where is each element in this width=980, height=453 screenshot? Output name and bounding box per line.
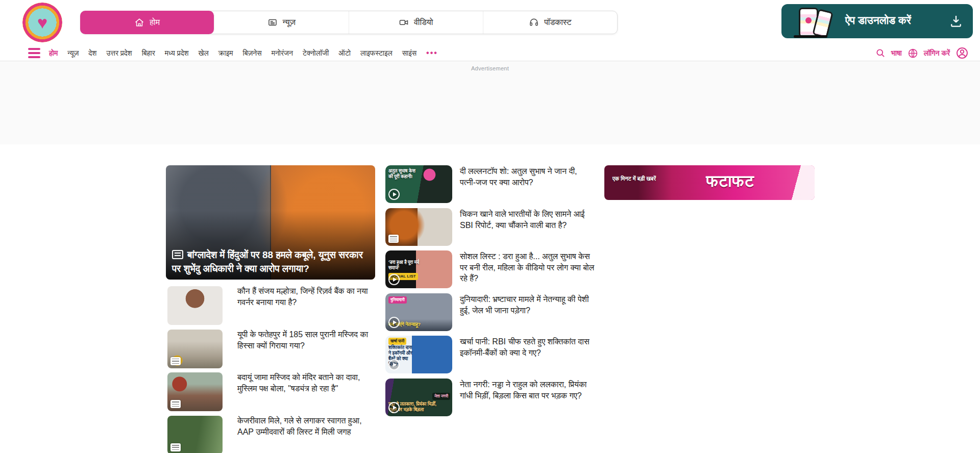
play-icon — [388, 189, 400, 200]
app-download-button[interactable]: ऐप डाउनलोड करें — [781, 4, 973, 38]
tab-news[interactable]: न्यूज़ — [214, 11, 349, 34]
nav-item[interactable]: उत्तर प्रदेश — [106, 49, 132, 58]
nav-item[interactable]: टेक्नोलॉजी — [303, 49, 329, 58]
hamburger-menu-icon[interactable] — [28, 48, 40, 58]
story-headline: सोशल लिस्ट : डरा हुआ है... अतुल सुभाष के… — [460, 251, 595, 284]
nav-item[interactable]: ऑटो — [338, 49, 351, 58]
story-headline: कौन हैं संजय मल्होत्रा, जिन्हें रिज़र्व … — [237, 286, 375, 308]
globe-icon[interactable] — [908, 48, 918, 59]
nav-items: होम न्यूज़ देश उत्तर प्रदेश बिहार मध्य प… — [49, 48, 438, 58]
lead-story[interactable]: बांग्लादेश में हिंदुओं पर 88 हमले कबूले,… — [166, 165, 375, 280]
home-icon — [134, 17, 144, 28]
video-story-row[interactable]: दुनियादारी कब जाएंगे नेतन्याहू? दुनियादा… — [385, 293, 595, 334]
fatafat-subtitle: एक मिनट में बड़ी खबरें — [612, 175, 674, 183]
story-headline: दुनियादारी: भ्रष्टाचार मामले में नेतन्या… — [460, 294, 595, 316]
story-thumbnail — [167, 330, 223, 368]
more-sections-icon[interactable]: ••• — [426, 48, 438, 58]
story-headline: यूपी के फतेहपुर में 185 साल पुरानी मस्जि… — [237, 329, 375, 351]
nav-item[interactable]: खेल — [199, 49, 209, 58]
story-headline: चिकन खाने वाले भारतीयों के लिए सामने आई … — [460, 209, 595, 231]
show-badge: नेता नगरी — [432, 393, 450, 400]
video-story-row[interactable]: 'डरा हुआ है पूरा मर्द समाज' SOCIAL LIST … — [385, 250, 595, 291]
tab-label: होम — [150, 18, 160, 27]
headphones-icon — [529, 17, 539, 28]
app-download-label: ऐप डाउनलोड करें — [845, 14, 911, 27]
story-thumbnail — [167, 372, 223, 411]
nav-item[interactable]: लाइफस्टाइल — [360, 49, 393, 58]
story-thumbnail — [167, 286, 223, 325]
story-headline: बदायूं जामा मस्जिद को मंदिर बताने का दाव… — [237, 372, 375, 394]
nav-item[interactable]: बिज़नेस — [242, 49, 261, 58]
story-thumbnail — [167, 416, 223, 453]
language-selector[interactable]: भाषा — [891, 49, 902, 58]
show-badge: दुनियादारी — [388, 296, 407, 304]
thumbnail-caption: 'डरा हुआ है पूरा मर्द समाज' — [388, 260, 420, 271]
story-headline: खर्चा पानी: RBI चीफ रहते हुए शक्तिकांत द… — [460, 336, 595, 358]
fatafat-banner[interactable]: एक मिनट में बड़ी खबरें फटाफट — [604, 165, 815, 200]
tab-label: पॉडकास्ट — [544, 18, 572, 27]
lead-headline: बांग्लादेश में हिंदुओं पर 88 हमले कबूले,… — [172, 248, 370, 275]
story-row[interactable]: कौन हैं संजय मल्होत्रा, जिन्हें रिज़र्व … — [166, 285, 375, 326]
search-icon[interactable] — [875, 48, 886, 58]
nav-item[interactable]: बिहार — [142, 49, 155, 58]
nav-item-home[interactable]: होम — [49, 49, 58, 58]
play-icon — [388, 274, 400, 285]
nav-item[interactable]: न्यूज़ — [67, 49, 79, 58]
ad-label: Advertisement — [471, 65, 509, 71]
page: ♥ होम न्यूज़ वीडियो पॉडकास्ट — [0, 0, 980, 453]
user-avatar-icon[interactable] — [955, 46, 969, 60]
header: ♥ होम न्यूज़ वीडियो पॉडकास्ट — [0, 0, 980, 45]
story-headline: केजरीवाल मिले, गले से लगाकर स्वागत हुआ, … — [237, 415, 375, 437]
tab-video[interactable]: वीडियो — [349, 11, 483, 34]
nav-item[interactable]: देश — [88, 49, 96, 58]
login-link[interactable]: लॉगिन करें — [924, 49, 950, 58]
article-icon — [170, 357, 181, 365]
story-headline: नेता नगरी: नड्डा ने राहुल को ललकारा, प्र… — [460, 379, 595, 401]
navbar-right-cluster: भाषा लॉगिन करें — [875, 46, 969, 60]
video-thumbnail: दुनियादारी कब जाएंगे नेतन्याहू? — [385, 293, 452, 331]
lallantop-logo[interactable]: ♥ — [22, 3, 62, 42]
story-headline: दी लल्लनटॉप शो: अतुल सुभाष ने जान दी, पत… — [460, 166, 595, 188]
nav-item[interactable]: मनोरंजन — [272, 49, 293, 58]
news-icon — [267, 17, 278, 28]
article-icon — [388, 235, 399, 243]
phone-stand — [794, 35, 827, 38]
story-row[interactable]: बदायूं जामा मस्जिद को मंदिर बताने का दाव… — [166, 371, 375, 413]
video-story-row[interactable]: नेता नगरी नड्डा ने ललकारा, प्रियंका भिड़… — [385, 379, 595, 419]
banner-decoration — [782, 165, 815, 200]
play-icon — [388, 402, 400, 413]
ad-slot: Advertisement — [0, 61, 980, 144]
tab-label: न्यूज़ — [283, 18, 296, 27]
show-badge: खर्चा पानी — [388, 338, 406, 345]
fatafat-title: फटाफट — [706, 172, 755, 191]
heart-icon: ♥ — [37, 14, 47, 31]
article-icon — [172, 250, 183, 259]
section-navbar: होम न्यूज़ देश उत्तर प्रदेश बिहार मध्य प… — [0, 45, 980, 61]
video-thumbnail: 'डरा हुआ है पूरा मर्द समाज' SOCIAL LIST — [385, 250, 452, 288]
nav-item[interactable]: मध्य प्रदेश — [165, 49, 189, 58]
play-icon — [388, 317, 400, 328]
nav-item[interactable]: क्राइम — [218, 49, 233, 58]
video-thumbnail: अतुल सुभाष केस की पूरी कहानी! — [385, 165, 452, 203]
tab-podcast[interactable]: पॉडकास्ट — [483, 11, 617, 34]
video-camera-icon — [399, 17, 409, 28]
story-row[interactable]: यूपी के फतेहपुर में 185 साल पुरानी मस्जि… — [166, 328, 375, 370]
nav-item[interactable]: साइंस — [402, 49, 416, 58]
video-story-row[interactable]: अतुल सुभाष केस की पूरी कहानी! दी लल्लनटॉ… — [385, 165, 595, 206]
story-row[interactable]: केजरीवाल मिले, गले से लगाकर स्वागत हुआ, … — [166, 414, 375, 453]
tab-home[interactable]: होम — [80, 11, 214, 34]
article-icon — [170, 400, 181, 408]
video-thumbnail: नेता नगरी नड्डा ने ललकारा, प्रियंका भिड़… — [385, 379, 452, 416]
download-icon — [948, 13, 964, 29]
tab-label: वीडियो — [414, 18, 433, 27]
story-row[interactable]: चिकन खाने वाले भारतीयों के लिए सामने आई … — [385, 208, 595, 249]
play-icon — [388, 359, 400, 370]
lead-headline-text: बांग्लादेश में हिंदुओं पर 88 हमले कबूले,… — [172, 249, 363, 274]
story-thumbnail — [385, 208, 452, 246]
video-thumbnail: खर्चा पानी शक्तिकांत दास ने इकॉनमी और बै… — [385, 336, 452, 373]
thumbnail-caption: अतुल सुभाष केस की पूरी कहानी! — [388, 168, 420, 180]
phone-avatar-icon — [805, 17, 812, 23]
primary-tab-bar: होम न्यूज़ वीडियो पॉडकास्ट — [80, 11, 618, 34]
video-story-row[interactable]: खर्चा पानी शक्तिकांत दास ने इकॉनमी और बै… — [385, 336, 595, 376]
article-icon — [170, 443, 181, 451]
